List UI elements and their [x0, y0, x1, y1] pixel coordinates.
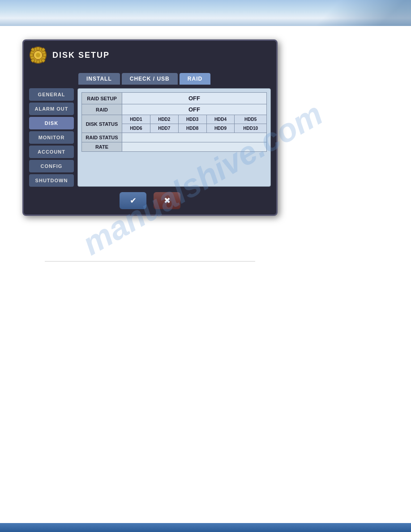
rate-row: RATE: [82, 142, 267, 152]
sidebar-item-shutdown[interactable]: SHUTDOWN: [29, 174, 74, 187]
dialog-titlebar: DISK SETUP: [29, 46, 271, 68]
raid-row: RAID OFF: [82, 104, 267, 115]
sidebar-nav: GENERAL ALARM OUT DISK MONITOR ACCOUNT C…: [29, 88, 74, 187]
confirm-button[interactable]: ✔: [120, 192, 146, 209]
hdd7-cell: HDD7: [150, 124, 178, 133]
action-row: ✔ ✖: [29, 192, 271, 209]
raid-table: RAID SETUP OFF RAID OFF DISK STATUS HDD1…: [81, 92, 267, 152]
raid-status-label: RAID STATUS: [82, 133, 122, 142]
sidebar-item-monitor[interactable]: MONITOR: [29, 131, 74, 144]
rate-value: [122, 142, 267, 152]
dialog-body: GENERAL ALARM OUT DISK MONITOR ACCOUNT C…: [29, 88, 271, 187]
svg-rect-5: [30, 54, 33, 56]
svg-rect-4: [37, 60, 39, 63]
hdd6-cell: HDD6: [122, 124, 150, 133]
sidebar-item-disk[interactable]: DISK: [29, 117, 74, 129]
raid-status-value: [122, 133, 267, 142]
tab-row: INSTALL CHECK / USB RAID: [78, 73, 271, 85]
hdd9-cell: HDD9: [206, 124, 235, 133]
main-content: manualshive.com DISK SETUP: [0, 26, 411, 523]
page-divider: [45, 261, 255, 262]
hdd4-cell: HDD4: [206, 115, 235, 124]
tab-install[interactable]: INSTALL: [78, 73, 120, 85]
raid-setup-value: OFF: [122, 93, 267, 104]
bottom-banner: [0, 523, 411, 532]
raid-setup-row: RAID SETUP OFF: [82, 93, 267, 104]
rate-label: RATE: [82, 142, 122, 152]
hdd10-cell: HDD10: [235, 124, 267, 133]
disk-status-label: DISK STATUS: [82, 115, 122, 133]
hdd3-cell: HDD3: [178, 115, 206, 124]
dialog-title-text: DISK SETUP: [52, 51, 110, 60]
hdd5-cell: HDD5: [235, 115, 267, 124]
raid-label: RAID: [82, 104, 122, 115]
raid-panel: RAID SETUP OFF RAID OFF DISK STATUS HDD1…: [77, 88, 271, 187]
disk-setup-dialog: DISK SETUP INSTALL CHECK / USB RAID GENE…: [22, 39, 278, 216]
raid-setup-label: RAID SETUP: [82, 93, 122, 104]
hdd1-cell: HDD1: [122, 115, 150, 124]
sidebar-item-config[interactable]: CONFIG: [29, 160, 74, 172]
cancel-button[interactable]: ✖: [154, 192, 180, 209]
tab-raid[interactable]: RAID: [180, 73, 210, 85]
sidebar-item-account[interactable]: ACCOUNT: [29, 146, 74, 158]
disk-status-row1: DISK STATUS HDD1 HDD2 HDD3 HDD4 HDD5: [82, 115, 267, 124]
tab-check-usb[interactable]: CHECK / USB: [122, 73, 178, 85]
raid-value: OFF: [122, 104, 267, 115]
hdd2-cell: HDD2: [150, 115, 178, 124]
raid-status-row: RAID STATUS: [82, 133, 267, 142]
svg-rect-3: [37, 47, 39, 50]
svg-rect-6: [43, 54, 46, 56]
sidebar-item-general[interactable]: GENERAL: [29, 88, 74, 101]
gear-icon: [29, 46, 47, 64]
sidebar-item-alarm-out[interactable]: ALARM OUT: [29, 103, 74, 115]
svg-point-2: [36, 53, 40, 57]
hdd8-cell: HDD8: [178, 124, 206, 133]
top-banner: [0, 0, 411, 26]
